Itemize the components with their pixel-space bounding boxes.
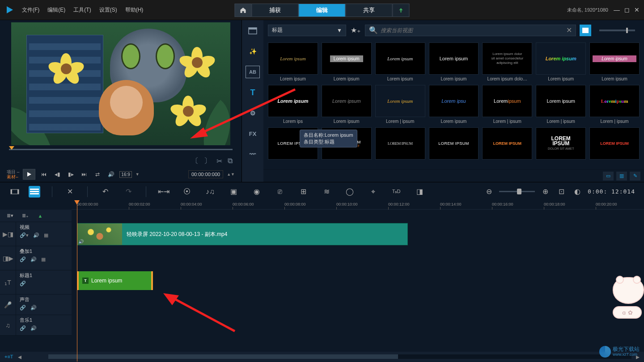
category-dropdown[interactable]: 标题 ▼	[268, 25, 346, 36]
menu-settings[interactable]: 设置(S)	[99, 6, 117, 14]
mute-icon[interactable]: 🔊	[30, 325, 37, 331]
timeline-zoom-slider[interactable]	[499, 191, 535, 192]
timeline-scrollbar[interactable]	[48, 354, 631, 359]
title-preset-item[interactable]: LOREM IPSUM	[429, 127, 479, 161]
tab-capture[interactable]: 捕获	[252, 4, 299, 17]
loop-icon[interactable]: ⇄	[93, 169, 102, 179]
zoom-out-icon[interactable]: ⊖	[483, 186, 495, 198]
maximize-icon[interactable]: ◻	[624, 6, 630, 13]
lib-tab-titles[interactable]: T	[246, 86, 260, 99]
upload-button[interactable]	[393, 4, 410, 17]
favorite-button[interactable]: ★₊	[350, 25, 361, 36]
clear-search-icon[interactable]: ✕	[566, 26, 572, 34]
lib-layout-2-icon[interactable]: ▥	[616, 172, 627, 181]
menu-file[interactable]: 文件(F)	[22, 6, 39, 14]
track-opt-2[interactable]: ≣₊	[20, 212, 30, 220]
speed-icon[interactable]: ≋	[321, 186, 332, 198]
volume-icon[interactable]: 🔊	[106, 169, 116, 179]
lib-tab-fx[interactable]: FX	[246, 127, 260, 140]
capture-icon[interactable]: ▣	[228, 186, 239, 198]
mute-icon[interactable]: 🔊	[30, 305, 37, 311]
goto-end-icon[interactable]: ⏭	[79, 169, 89, 179]
lib-tab-transitions[interactable]: AB	[246, 66, 260, 78]
search-input[interactable]	[381, 27, 564, 34]
title-preset-item[interactable]: Lorem ipsumLorem ips	[268, 85, 318, 124]
preview-scrubber[interactable]	[2, 145, 239, 154]
timeline-view-icon[interactable]	[29, 186, 40, 198]
lib-tab-graphics[interactable]: ⚙	[246, 107, 260, 119]
lib-tab-media[interactable]	[246, 25, 260, 37]
focus-icon[interactable]: ⌖	[367, 186, 379, 198]
mask-icon[interactable]: ◯	[344, 186, 356, 198]
duration-icon[interactable]: ◐	[572, 186, 583, 198]
preview-timecode[interactable]: 00:00:00:000	[188, 170, 223, 178]
timeline-ruler[interactable]: 00:00:00:0000:00:02:0000:00:04:0000:00:0…	[72, 201, 644, 210]
preview-source-toggle[interactable]: 项目 – 素材–	[7, 169, 19, 179]
track-opt-1[interactable]: ≣▾	[4, 212, 15, 220]
playhead[interactable]	[77, 201, 77, 362]
link-icon[interactable]: 🔗	[20, 325, 26, 331]
menu-help[interactable]: 帮助(H)	[125, 6, 144, 14]
mark-in-icon[interactable]: 〔	[191, 156, 199, 166]
title-preset-item[interactable]: Lorem ipsumLorem | ipsum	[482, 85, 532, 124]
menu-edit[interactable]: 编辑(E)	[47, 6, 65, 14]
timecode-stepper-icon[interactable]: ▲▼	[227, 172, 235, 177]
minimize-icon[interactable]: —	[614, 6, 620, 13]
thumbnail-zoom-slider[interactable]	[599, 29, 635, 31]
storyboard-view-icon[interactable]	[9, 186, 21, 198]
title-preset-item[interactable]: Lorem ipsumLorem | ipsum	[536, 85, 586, 124]
redo-icon[interactable]: ↷	[123, 186, 134, 198]
close-icon[interactable]: ✕	[634, 6, 640, 13]
fx-icon[interactable]: ▦	[41, 257, 46, 262]
lib-tab-paths[interactable]: 〰	[246, 148, 260, 160]
split-icon[interactable]: ✂	[216, 157, 222, 165]
title-preset-item[interactable]: LOREM IPSUM	[375, 127, 425, 161]
link-icon[interactable]: 🔗▾	[20, 232, 29, 238]
subtitle-icon[interactable]: ⎚	[274, 186, 286, 198]
preview-video[interactable]	[11, 22, 230, 145]
title-preset-item[interactable]: Lorem ipsuLorem ipsum	[429, 85, 479, 124]
track-opt-marker[interactable]: ▲	[35, 212, 46, 220]
trim-icon[interactable]: ⇤⇥	[158, 186, 169, 198]
audio-icon[interactable]: ♪♫	[204, 186, 216, 198]
title-preset-item[interactable]: Lorem ipsumLorem ipsum	[322, 85, 372, 124]
prev-frame-icon[interactable]: ◂▮	[52, 169, 62, 179]
record-icon[interactable]: ⦿	[181, 186, 193, 198]
link-icon[interactable]: 🔗	[20, 305, 26, 311]
grid-icon[interactable]: ⊞	[297, 186, 309, 198]
add-track-button[interactable]: +≡T	[4, 354, 13, 359]
aspect-dropdown-icon[interactable]: ▼	[136, 172, 140, 177]
aspect-ratio[interactable]: 16:9	[119, 171, 131, 178]
lib-tab-effects[interactable]: ✨	[246, 45, 260, 58]
lib-layout-1-icon[interactable]: ▭	[603, 172, 614, 181]
title-preset-item[interactable]: LOREMIPSUMDOLOR SIT AMET	[536, 127, 586, 161]
3d-title-icon[interactable]: T₃D	[390, 186, 402, 198]
title-preset-item[interactable]: Lorem ipsumLorem ipsum	[268, 42, 318, 81]
undo-icon[interactable]: ↶	[99, 186, 111, 198]
menu-tools[interactable]: 工具(T)	[73, 6, 91, 14]
title-preset-item[interactable]: LOREM IPSUM	[589, 127, 640, 161]
search-box[interactable]: 🔍 ✕	[365, 25, 576, 36]
title-clip[interactable]: T Lorem ipsum	[77, 271, 153, 290]
title-preset-item[interactable]: LoremipsumLorem | ipsum	[589, 85, 640, 124]
tab-share[interactable]: 共享	[346, 4, 393, 17]
title-preset-item[interactable]: Lorem ipsumLorem ipsum	[589, 42, 640, 81]
overlay-icon[interactable]: ◉	[251, 186, 263, 198]
video-clip[interactable]: 🔊 轻映录屏 2022-10-20 08-00-13 - 副本.mp4	[77, 223, 408, 245]
title-preset-item[interactable]: LOREM IPSUM	[482, 127, 532, 161]
lib-edit-icon[interactable]: ✎	[630, 172, 640, 181]
goto-start-icon[interactable]: ⏮	[39, 169, 49, 179]
tools-icon[interactable]: ✕	[64, 186, 76, 198]
mute-icon[interactable]: 🔊	[33, 232, 39, 238]
play-button[interactable]	[23, 169, 35, 180]
title-preset-item[interactable]: Lorem ipsumLorem ipsum	[375, 42, 425, 81]
fit-icon[interactable]: ⊡	[555, 186, 567, 198]
tab-edit[interactable]: 编辑	[299, 4, 346, 17]
zoom-in-icon[interactable]: ⊕	[539, 186, 551, 198]
mark-out-icon[interactable]: 〕	[204, 156, 211, 166]
home-button[interactable]	[235, 4, 252, 17]
title-preset-item[interactable]: Lorem ipsum dolor sit amet consectetur a…	[482, 42, 532, 81]
thumbnail-view-button[interactable]	[580, 25, 591, 36]
fx-icon[interactable]: ▦	[44, 232, 48, 238]
link-icon[interactable]: 🔗	[20, 281, 26, 286]
